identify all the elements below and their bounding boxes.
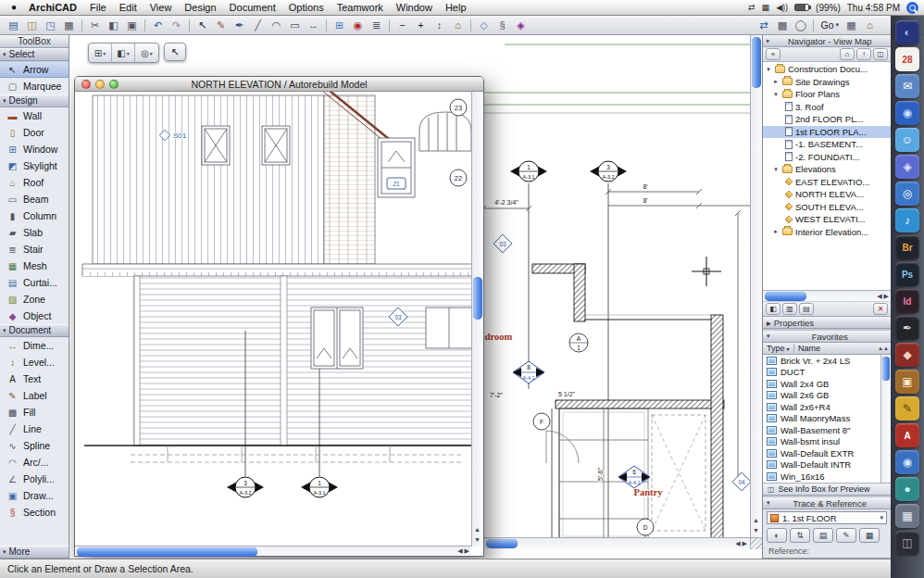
print-icon[interactable]: ▦ <box>60 18 78 33</box>
menu-help[interactable]: Help <box>439 0 473 15</box>
tool-skylight[interactable]: ◩Skylight <box>0 157 69 174</box>
dock-icon-6[interactable]: ◈ <box>895 155 919 179</box>
minimize-button[interactable] <box>95 80 105 89</box>
navigator-item-construction-documents[interactable]: ▾Construction Docu... <box>763 63 891 76</box>
arc-tool-icon[interactable]: ◠ <box>268 18 285 33</box>
dock-icon-15[interactable]: ✎ <box>895 396 919 421</box>
navigator-item-foundation[interactable]: -2. FOUNDATI... <box>763 151 891 164</box>
tool-line[interactable]: ╱Line <box>0 421 69 437</box>
scroll-up-icon[interactable]: ▲ <box>474 525 481 534</box>
window-marker-22[interactable]: 22 <box>450 170 467 186</box>
new-icon[interactable]: ▤ <box>5 18 22 33</box>
trace-fill-button[interactable]: ▤ <box>813 528 833 543</box>
navigator-menu-button[interactable]: » <box>766 48 780 60</box>
tool-polyline[interactable]: ∠Polyli... <box>0 471 69 487</box>
navigator-item-1st-floor[interactable]: 1st FLOOR PLA... <box>763 126 891 139</box>
scroll-right-icon[interactable]: ▶ <box>884 292 889 301</box>
dock-icon-14[interactable]: ▣ <box>895 370 919 394</box>
magnet-icon[interactable]: ◉ <box>349 18 367 33</box>
grid-snap-icon[interactable]: ⊞ <box>331 18 348 33</box>
displays-menu-icon[interactable]: ▦ <box>762 3 770 12</box>
zoom-button[interactable] <box>109 80 119 89</box>
favorites-footer[interactable]: ◫ See Info Box for Preview <box>763 483 891 495</box>
settings-button[interactable]: ▤ <box>799 303 814 315</box>
scroll-down-icon[interactable]: ▼ <box>753 526 759 535</box>
window-marker-23[interactable]: 23 <box>450 99 467 116</box>
trace-reference-select[interactable]: 1. 1st FLOOR ▾ <box>767 511 887 524</box>
pencil-icon[interactable]: ✎ <box>212 18 230 33</box>
toolbox-title[interactable]: ToolBox <box>0 35 69 48</box>
menu-window[interactable]: Window <box>390 0 439 15</box>
section-marker-a31[interactable]: 1 A-3.1 <box>301 477 338 497</box>
navigator-item-basement[interactable]: -1. BASEMENT... <box>763 138 891 151</box>
menu-teamwork[interactable]: Teamwork <box>331 0 390 15</box>
scrollbar-thumb[interactable] <box>77 547 257 557</box>
toolbox-section-document[interactable]: ▾Document <box>0 324 69 337</box>
zoom-out-icon[interactable]: − <box>393 18 411 33</box>
tool-label[interactable]: ✎Label <box>0 387 69 404</box>
menu-clock[interactable]: Thu 4:58 PM <box>847 3 900 13</box>
favorite-item[interactable]: Wall-bsmt insul <box>763 436 880 448</box>
arrow-cursor-button[interactable]: ↖ <box>164 43 186 61</box>
menu-edit[interactable]: Edit <box>113 0 144 15</box>
resize-grip[interactable] <box>750 537 762 549</box>
dock-icon-19[interactable]: ▦ <box>895 504 919 528</box>
dock-icon-13[interactable]: ◆ <box>895 343 919 367</box>
finder-icon[interactable]: ☺ <box>895 128 919 152</box>
navigator-item-2nd-floor[interactable]: 2nd FLOOR PL... <box>763 113 891 126</box>
window-marker-21[interactable]: 21 <box>387 178 406 189</box>
favorite-item[interactable]: Wall MaonryMass <box>763 413 880 425</box>
navigator-horizontal-scrollbar[interactable]: ◀ ▶ <box>763 290 891 301</box>
section-marker-a32[interactable]: 3 A-3.2 <box>227 477 264 497</box>
tool-drawing[interactable]: ▣Draw... <box>0 487 69 504</box>
pet-palette-button-2[interactable]: ◧▾ <box>112 44 135 62</box>
scroll-left-icon[interactable]: ◀ <box>735 539 740 548</box>
section-marker-3[interactable]: 3 A-3.2 <box>590 161 627 182</box>
favorite-item[interactable]: Wall-Default INTR <box>763 459 880 471</box>
favorite-item[interactable]: Wall-Default EXTR <box>763 447 880 459</box>
tool-marquee[interactable]: ▢Marquee <box>0 78 69 94</box>
favorite-item[interactable]: Brick Vr. + 2x4 LS <box>763 355 880 367</box>
delete-button[interactable]: ✕ <box>873 303 888 315</box>
navigator-item-east-elevation[interactable]: EAST ELEVATIO... <box>763 176 891 189</box>
menu-view[interactable]: View <box>144 0 179 15</box>
scrollbar-thumb[interactable] <box>765 292 806 301</box>
interior-elevation-marker-6[interactable]: 6 A-4.1 <box>618 466 650 488</box>
pan-icon[interactable]: ↕ <box>431 18 448 33</box>
save-view-button[interactable]: ▥ <box>782 303 797 315</box>
dock-icon-17[interactable]: ◉ <box>895 450 919 474</box>
apple-menu-icon[interactable]: ● <box>6 0 22 15</box>
toolbox-section-select[interactable]: ▾Select <box>0 48 69 61</box>
detail-marker-04[interactable]: 04 <box>732 472 750 491</box>
tool-curtain-wall[interactable]: ▤Curtai... <box>0 274 69 291</box>
elevation-window[interactable]: NORTH ELEVATION / Autorebuild Model <box>74 76 484 557</box>
tool-mesh[interactable]: ▦Mesh <box>0 258 69 274</box>
navigator-item-west-elevation[interactable]: WEST ELEVATI... <box>763 213 891 226</box>
scroll-right-icon[interactable]: ▶ <box>743 539 747 548</box>
detail-marker-03[interactable]: 03 <box>493 234 512 253</box>
copy-icon[interactable]: ◧ <box>105 18 122 33</box>
tool-slab[interactable]: ▰Slab <box>0 224 69 241</box>
tool-arrow[interactable]: ↖Arrow <box>0 61 69 78</box>
scrollbar-thumb[interactable] <box>752 37 761 88</box>
section-marker-1[interactable]: 1 A-3.1 <box>510 161 547 182</box>
navigator-item-interior-elevations[interactable]: ▸Interior Elevation... <box>763 226 891 239</box>
arrow-tool-icon[interactable]: ↖ <box>194 18 211 33</box>
tool-arc[interactable]: ◠Arc/... <box>0 454 69 471</box>
tool-column[interactable]: ▮Column <box>0 207 69 224</box>
scroll-left-icon[interactable]: ◀ <box>877 292 881 301</box>
trace-edit-button[interactable]: ✎ <box>836 528 856 543</box>
redo-icon[interactable]: ↷ <box>168 18 185 33</box>
plan-horizontal-scrollbar[interactable]: ◀ ▶ <box>484 537 750 549</box>
tool-wall[interactable]: ▬Wall <box>0 107 69 124</box>
favorite-item[interactable]: Wall 2x4 GB <box>763 378 880 390</box>
trace-switch-button[interactable]: ⇅ <box>790 528 810 543</box>
grid-bubble-a1[interactable]: A 1 <box>569 333 588 352</box>
new-folder-button[interactable]: ◧ <box>766 303 780 315</box>
window-horizontal-scrollbar[interactable]: ◀ ▶ <box>75 546 471 556</box>
navigator-item-north-elevation[interactable]: NORTH ELEVA... <box>763 188 891 201</box>
overview-icon[interactable]: ▦ <box>843 18 860 33</box>
tool-stair[interactable]: ≣Stair <box>0 241 69 258</box>
navigator-title-bar[interactable]: ▸ Navigator - View Map <box>763 35 891 47</box>
grid-bubble-d[interactable]: D <box>637 519 654 537</box>
